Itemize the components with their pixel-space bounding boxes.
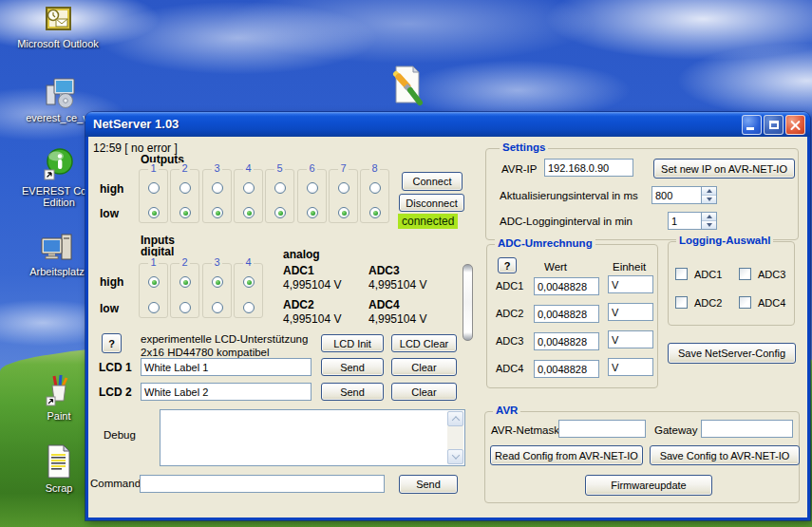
avr-group-title: AVR: [493, 405, 520, 416]
read-config-button[interactable]: Read Config from AVR-NET-IO: [490, 445, 643, 465]
input-channel-1: 1: [139, 263, 168, 318]
output-3-low-radio[interactable]: [212, 207, 223, 218]
lcd2-clear-button[interactable]: Clear: [391, 383, 457, 401]
output-8-high-radio[interactable]: [369, 182, 381, 194]
logging-adc4-checkbox[interactable]: [739, 296, 751, 309]
input-4-low-radio[interactable]: [243, 302, 255, 313]
debug-textarea[interactable]: [160, 409, 465, 466]
adc-log-interval-spinner[interactable]: [668, 212, 717, 230]
output-5-high-radio[interactable]: [274, 182, 286, 194]
channel-number: 8: [369, 162, 379, 174]
maximize-button[interactable]: [764, 115, 784, 135]
output-channel-6: 6: [297, 169, 327, 223]
output-5-low-radio[interactable]: [274, 207, 286, 218]
channel-number: 2: [179, 256, 189, 268]
output-8-low-radio[interactable]: [369, 207, 381, 218]
command-send-button[interactable]: Send: [399, 475, 458, 494]
adc2-wert-input[interactable]: [534, 305, 599, 323]
logging-adc2-checkbox[interactable]: [675, 296, 688, 309]
adc1-wert-input[interactable]: [534, 277, 599, 295]
vertical-slider[interactable]: [463, 264, 473, 341]
channel-number: 4: [243, 256, 253, 268]
update-interval-value[interactable]: [651, 186, 701, 204]
command-label: Command: [90, 478, 141, 489]
input-4-high-radio[interactable]: [243, 276, 255, 288]
adc4-einheit-input[interactable]: [608, 358, 653, 376]
output-2-high-radio[interactable]: [179, 182, 191, 194]
einheit-column-header: Einheit: [613, 261, 646, 273]
adc3-einheit-input[interactable]: [608, 330, 653, 348]
adc1-einheit-input[interactable]: [608, 275, 653, 293]
channel-number: 3: [212, 256, 221, 268]
output-6-low-radio[interactable]: [307, 207, 318, 218]
set-new-ip-button[interactable]: Set new IP on AVR-NET-IO: [653, 159, 795, 179]
output-2-low-radio[interactable]: [179, 207, 191, 218]
logging-auswahl-group: Logging-Auswahl ADC1 ADC3 ADC2 ADC4: [668, 241, 795, 326]
logging-adc3-label: ADC3: [758, 269, 785, 280]
output-1-high-radio[interactable]: [148, 182, 160, 194]
lcd2-send-button[interactable]: Send: [321, 383, 384, 401]
connect-button[interactable]: Connect: [402, 172, 463, 191]
lcd1-clear-button[interactable]: Clear: [391, 358, 457, 376]
connection-status-badge: connected: [398, 214, 458, 229]
output-7-low-radio[interactable]: [338, 207, 349, 218]
adc-help-button[interactable]: ?: [498, 257, 517, 273]
avr-group: AVR AVR-Netmask Gateway Read Config from…: [484, 411, 800, 503]
adc4-wert-input[interactable]: [534, 360, 599, 378]
scroll-up-button[interactable]: [447, 411, 463, 426]
input-2-high-radio[interactable]: [179, 276, 191, 288]
lcd1-send-button[interactable]: Send: [321, 358, 384, 376]
close-button[interactable]: [785, 115, 805, 135]
channel-number: 1: [148, 256, 158, 268]
logging-adc1-checkbox[interactable]: [675, 268, 688, 280]
adc3-wert-input[interactable]: [534, 332, 599, 350]
debug-label: Debug: [104, 429, 136, 441]
desktop-icon-paint-file[interactable]: [370, 65, 443, 110]
desktop-icon-outlook[interactable]: Microsoft Outlook: [6, 6, 110, 49]
output-4-low-radio[interactable]: [243, 207, 255, 218]
input-1-low-radio[interactable]: [148, 302, 160, 313]
input-2-low-radio[interactable]: [179, 302, 191, 313]
adc-umrechnung-title: ADC-Umrechnung: [495, 237, 595, 249]
output-7-high-radio[interactable]: [338, 182, 349, 194]
window-titlebar[interactable]: NetServer 1.03: [85, 112, 810, 137]
input-3-high-radio[interactable]: [212, 276, 223, 288]
output-6-high-radio[interactable]: [307, 182, 318, 194]
adc-log-interval-value[interactable]: [668, 212, 701, 230]
output-4-high-radio[interactable]: [243, 182, 255, 194]
avr-netmask-input[interactable]: [558, 420, 646, 438]
output-3-high-radio[interactable]: [212, 182, 223, 194]
spin-up-button[interactable]: [702, 213, 716, 221]
scrap-document-icon: [45, 444, 73, 479]
spin-down-button[interactable]: [702, 196, 716, 203]
lcd1-text-input[interactable]: [141, 358, 312, 376]
adc-log-interval-label: ADC-Logginginterval in min: [500, 216, 633, 227]
adc2-value: 4,995104 V: [283, 312, 341, 326]
disconnect-button[interactable]: Disconnect: [399, 194, 464, 212]
paint-icon: [44, 372, 74, 406]
output-channel-3: 3: [202, 169, 232, 223]
minimize-icon: [746, 127, 754, 130]
command-input[interactable]: [140, 475, 385, 493]
minimize-button[interactable]: [742, 115, 762, 135]
save-config-button[interactable]: Save Config to AVR-NET-IO: [650, 445, 800, 465]
lcd-help-button[interactable]: ?: [102, 333, 122, 353]
input-1-high-radio[interactable]: [148, 276, 160, 288]
outputs-low-label: low: [100, 207, 119, 220]
firmwareupdate-button[interactable]: Firmwareupdate: [585, 475, 712, 496]
debug-scrollbar[interactable]: [447, 411, 463, 464]
scroll-down-button[interactable]: [447, 449, 463, 464]
lcd-init-button[interactable]: LCD Init: [321, 334, 384, 352]
spin-up-button[interactable]: [702, 187, 716, 196]
avr-ip-input[interactable]: [544, 159, 633, 177]
lcd-clear-button[interactable]: LCD Clear: [391, 334, 457, 352]
logging-adc3-checkbox[interactable]: [739, 268, 751, 280]
gateway-input[interactable]: [701, 420, 793, 438]
adc2-einheit-input[interactable]: [608, 303, 653, 321]
lcd2-text-input[interactable]: [141, 383, 312, 401]
update-interval-spinner[interactable]: [651, 186, 717, 204]
input-3-low-radio[interactable]: [212, 302, 223, 313]
output-1-low-radio[interactable]: [148, 207, 160, 218]
spin-down-button[interactable]: [702, 221, 716, 229]
save-netserver-config-button[interactable]: Save NetServer-Config: [668, 343, 796, 364]
